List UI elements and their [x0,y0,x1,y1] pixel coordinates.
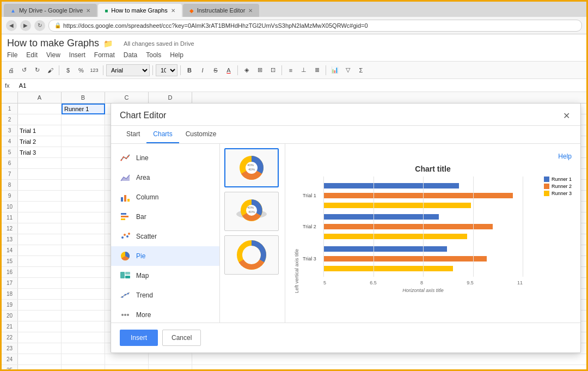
italic-button[interactable]: I [197,64,209,76]
separator [281,65,282,75]
bar-fill [323,234,467,239]
trial-1-bars [323,181,523,210]
trial-3-label: Trial 3 [303,256,316,261]
svg-rect-2 [124,195,126,202]
filter-button[interactable]: ▽ [342,64,354,76]
tab-instructable[interactable]: ◆ Instructable Editor ✕ [183,4,260,17]
menu-edit[interactable]: Edit [26,51,38,59]
merge-button[interactable]: ⊡ [267,64,279,76]
chart-type-scatter[interactable]: Scatter [111,227,219,246]
tab-graphs[interactable]: ■ How to make Graphs ✕ [98,4,181,17]
chart-type-column[interactable]: Column [111,187,219,207]
close-icon[interactable]: ✕ [171,8,175,14]
formula-bar: fx [2,79,586,92]
menu-tools[interactable]: Tools [146,51,161,59]
tab-charts[interactable]: Charts [146,126,179,143]
chart-type-pie[interactable]: Pie [111,246,219,266]
svg-point-20 [127,314,129,316]
chart-type-map[interactable]: Map [111,266,219,285]
spreadsheet-area: A B C D 1Runner 123Trial 14Trial 25Trial… [2,92,586,369]
legend-item-2: Runner 2 [544,184,572,189]
modal-header: Chart Editor ✕ [111,104,580,126]
chart-type-bar[interactable]: Bar [111,207,219,227]
chart-type-label: Scatter [136,233,157,240]
menu-help[interactable]: Help [170,51,183,59]
page-title: How to make Graphs [7,38,99,49]
menu-insert[interactable]: Insert [69,51,85,59]
close-icon[interactable]: ✕ [86,8,90,14]
chart-button[interactable]: 📊 [329,64,341,76]
url-text: https://docs.google.com/spreadsheet/ccc?… [63,22,368,29]
forward-button[interactable]: ▶ [20,20,31,31]
tab-google-drive[interactable]: ▲ My Drive - Google Drive ✕ [4,4,97,17]
wrap-button[interactable]: ≣ [311,64,323,76]
x-axis-title: Horizontal axis title [323,288,523,293]
menu-format[interactable]: Format [94,51,115,59]
paint-format-button[interactable]: 🖌 [44,64,56,76]
thumbnail-1[interactable]: 40% 40% [224,148,279,187]
help-link[interactable]: Help [558,153,572,160]
area-chart-icon [120,172,131,183]
tab-customize[interactable]: Customize [179,126,223,143]
chart-type-more[interactable]: More [111,305,219,323]
svg-point-7 [121,236,124,239]
address-bar: ◀ ▶ ↻ 🔒 https://docs.google.com/spreadsh… [2,17,586,34]
close-icon[interactable]: ✕ [248,8,253,14]
insert-button[interactable]: Insert [120,330,158,346]
thumbnail-3[interactable] [224,235,279,275]
menu-file[interactable]: File [7,51,17,59]
fill-color-button[interactable]: ◈ [241,64,253,76]
separator [152,65,153,75]
menu-bar: File Edit View Insert Format Data Tools … [7,51,581,61]
align-left-button[interactable]: ≡ [285,64,297,76]
bar-fill [323,246,447,252]
text-color-button[interactable]: A [223,64,235,76]
align-middle-button[interactable]: ⊥ [298,64,310,76]
url-input[interactable]: 🔒 https://docs.google.com/spreadsheet/cc… [48,20,582,32]
chart-type-line[interactable]: Line [111,148,219,168]
function-button[interactable]: Σ [355,64,367,76]
trial-3-bars [323,245,523,273]
folder-icon[interactable]: 📁 [103,39,113,48]
tab-start[interactable]: Start [120,126,146,143]
cancel-button[interactable]: Cancel [162,330,201,346]
legend-label-3: Runner 3 [552,191,572,196]
legend-item-1: Runner 1 [544,177,572,182]
font-selector[interactable]: Arial [106,64,150,76]
modal-overlay: Chart Editor ✕ Start Charts Customize [2,92,586,369]
app-area: How to make Graphs 📁 All changes saved i… [2,34,586,369]
bar-t3-r1 [323,245,523,253]
svg-point-10 [128,233,130,235]
chart-type-label: Bar [136,213,146,221]
number-format-button[interactable]: 123 [88,64,100,76]
bar-fill [323,193,513,198]
bar-fill [323,183,459,188]
chart-type-trend[interactable]: Trend [111,285,219,305]
font-size-selector[interactable]: 10 [156,64,177,76]
menu-data[interactable]: Data [124,51,137,59]
bar-fill [323,203,471,208]
chart-editor-modal: Chart Editor ✕ Start Charts Customize [111,103,581,353]
reload-button[interactable]: ↻ [34,20,45,31]
percent-button[interactable]: % [75,64,87,76]
print-button[interactable]: 🖨 [5,64,17,76]
chart-type-area[interactable]: Area [111,168,219,187]
chart-type-label: Trend [136,291,153,299]
name-box[interactable] [12,81,34,90]
chart-container: Chart title Left vertical axis title [294,165,572,314]
chart-preview: Help Chart title Left vertical axis titl… [285,144,580,323]
gridline [523,177,523,277]
currency-button[interactable]: $ [62,64,74,76]
back-button[interactable]: ◀ [6,20,17,31]
modal-title: Chart Editor [120,111,166,120]
y-axis-label: Left vertical axis title [294,177,299,293]
redo-button[interactable]: ↻ [31,64,43,76]
bold-button[interactable]: B [183,64,195,76]
close-button[interactable]: ✕ [561,110,572,121]
strikethrough-button[interactable]: S [210,64,222,76]
trial-1-label: Trial 1 [303,193,316,198]
thumbnail-2[interactable]: 40% 40% [224,192,279,231]
borders-button[interactable]: ⊞ [254,64,266,76]
undo-button[interactable]: ↺ [18,64,30,76]
menu-view[interactable]: View [46,51,60,59]
